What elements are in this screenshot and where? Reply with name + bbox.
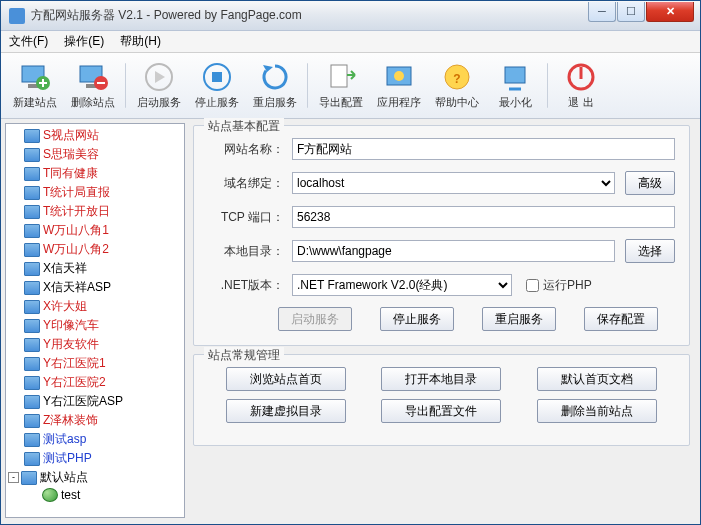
separator — [307, 63, 309, 108]
minimize-button[interactable]: ─ — [588, 2, 616, 22]
choose-dir-button[interactable]: 选择 — [625, 239, 675, 263]
tree-node[interactable]: 测试asp — [6, 430, 184, 449]
tree-node[interactable]: T统计开放日 — [6, 202, 184, 221]
delete-site-btn[interactable]: 删除当前站点 — [537, 399, 657, 423]
app-button[interactable]: 应用程序 — [371, 57, 427, 114]
toolbar: 新建站点 删除站点 启动服务 停止服务 重启服务 导出配置 应用程序 ? — [1, 53, 700, 119]
domain-select[interactable]: localhost — [292, 172, 615, 194]
site-icon — [24, 167, 40, 181]
tree-node[interactable]: Y用友软件 — [6, 335, 184, 354]
tree-label: W万山八角2 — [43, 241, 109, 258]
site-tree[interactable]: S视点网站S思瑞美容T同有健康T统计局直报T统计开放日W万山八角1W万山八角2X… — [5, 123, 185, 518]
port-label: TCP 端口： — [208, 209, 284, 226]
tree-node[interactable]: X信天祥 — [6, 259, 184, 278]
site-icon — [24, 186, 40, 200]
tree-label: Y右江医院ASP — [43, 393, 123, 410]
delete-site-button[interactable]: 删除站点 — [65, 57, 121, 114]
monitor-plus-icon — [19, 61, 51, 93]
tree-label: X许大姐 — [43, 298, 87, 315]
stop-service-btn[interactable]: 停止服务 — [380, 307, 454, 331]
tree-node[interactable]: W万山八角2 — [6, 240, 184, 259]
manage-legend: 站点常规管理 — [204, 347, 284, 364]
dir-input[interactable] — [292, 240, 615, 262]
stop-service-button[interactable]: 停止服务 — [189, 57, 245, 114]
site-icon — [24, 148, 40, 162]
restart-service-button[interactable]: 重启服务 — [247, 57, 303, 114]
browse-home-btn[interactable]: 浏览站点首页 — [226, 367, 346, 391]
run-php-checkbox[interactable]: 运行PHP — [526, 277, 602, 294]
tree-node[interactable]: Y右江医院1 — [6, 354, 184, 373]
start-service-button[interactable]: 启动服务 — [131, 57, 187, 114]
tree-node[interactable]: S思瑞美容 — [6, 145, 184, 164]
restart-icon — [259, 61, 291, 93]
monitor-minus-icon — [77, 61, 109, 93]
restart-service-btn[interactable]: 重启服务 — [482, 307, 556, 331]
tree-node[interactable]: 测试PHP — [6, 449, 184, 468]
site-icon — [24, 357, 40, 371]
basic-config-group: 站点基本配置 网站名称： 域名绑定： localhost 高级 TCP 端口： … — [193, 125, 690, 346]
tree-label: W万山八角1 — [43, 222, 109, 239]
tree-node-default[interactable]: -默认站点 — [6, 468, 184, 487]
export-cfg-btn[interactable]: 导出配置文件 — [381, 399, 501, 423]
tree-label: X信天祥 — [43, 260, 87, 277]
net-version-select[interactable]: .NET Framework V2.0(经典) — [292, 274, 512, 296]
advanced-button[interactable]: 高级 — [625, 171, 675, 195]
tree-node[interactable]: Y右江医院2 — [6, 373, 184, 392]
menubar: 文件(F) 操作(E) 帮助(H) — [1, 31, 700, 53]
save-config-btn[interactable]: 保存配置 — [584, 307, 658, 331]
svg-rect-9 — [331, 65, 347, 87]
domain-label: 域名绑定： — [208, 175, 284, 192]
tree-node[interactable]: X许大姐 — [6, 297, 184, 316]
site-icon — [24, 243, 40, 257]
menu-action[interactable]: 操作(E) — [64, 33, 104, 50]
site-icon — [24, 338, 40, 352]
tree-label: Y印像汽车 — [43, 317, 99, 334]
minimize-icon — [499, 61, 531, 93]
new-site-button[interactable]: 新建站点 — [7, 57, 63, 114]
menu-help[interactable]: 帮助(H) — [120, 33, 161, 50]
tree-label: 默认站点 — [40, 469, 88, 486]
site-icon — [24, 433, 40, 447]
new-vdir-btn[interactable]: 新建虚拟目录 — [226, 399, 346, 423]
site-icon — [24, 452, 40, 466]
maximize-button[interactable]: ☐ — [617, 2, 645, 22]
tree-node[interactable]: Y印像汽车 — [6, 316, 184, 335]
tree-node[interactable]: Z泽林装饰 — [6, 411, 184, 430]
close-button[interactable]: ✕ — [646, 2, 694, 22]
port-input[interactable] — [292, 206, 675, 228]
site-icon — [24, 376, 40, 390]
open-dir-btn[interactable]: 打开本地目录 — [381, 367, 501, 391]
svg-rect-8 — [212, 72, 222, 82]
help-center-button[interactable]: ? 帮助中心 — [429, 57, 485, 114]
menu-file[interactable]: 文件(F) — [9, 33, 48, 50]
site-name-input[interactable] — [292, 138, 675, 160]
tree-label: Y用友软件 — [43, 336, 99, 353]
site-icon — [21, 471, 37, 485]
net-label: .NET版本： — [208, 277, 284, 294]
tree-label: test — [61, 488, 80, 502]
tree-node[interactable]: S视点网站 — [6, 126, 184, 145]
tree-label: T同有健康 — [43, 165, 98, 182]
tree-label: 测试asp — [43, 431, 86, 448]
tree-node[interactable]: T同有健康 — [6, 164, 184, 183]
exit-icon — [565, 61, 597, 93]
tree-node[interactable]: W万山八角1 — [6, 221, 184, 240]
tree-node[interactable]: Y右江医院ASP — [6, 392, 184, 411]
export-config-button[interactable]: 导出配置 — [313, 57, 369, 114]
site-icon — [24, 300, 40, 314]
site-icon — [24, 281, 40, 295]
default-doc-btn[interactable]: 默认首页文档 — [537, 367, 657, 391]
site-name-label: 网站名称： — [208, 141, 284, 158]
collapse-icon[interactable]: - — [8, 472, 19, 483]
svg-rect-14 — [505, 67, 525, 83]
tree-node[interactable]: X信天祥ASP — [6, 278, 184, 297]
exit-button[interactable]: 退 出 — [553, 57, 609, 114]
tree-label: 测试PHP — [43, 450, 92, 467]
app-icon — [383, 61, 415, 93]
site-icon — [24, 262, 40, 276]
tree-node[interactable]: T统计局直报 — [6, 183, 184, 202]
tree-node-child[interactable]: test — [6, 487, 184, 503]
tree-label: Y右江医院1 — [43, 355, 106, 372]
site-icon — [24, 414, 40, 428]
minimize-tray-button[interactable]: 最小化 — [487, 57, 543, 114]
